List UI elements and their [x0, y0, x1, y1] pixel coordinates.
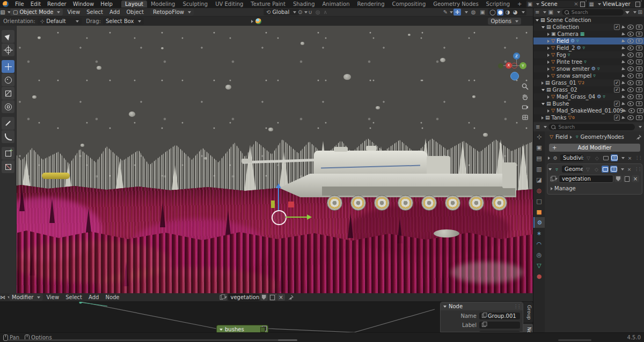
- selectable-icon[interactable]: [621, 53, 625, 57]
- browse-node-group-icon[interactable]: [550, 175, 558, 182]
- shading-wireframe-icon[interactable]: ◯: [489, 9, 496, 16]
- node-menu-add[interactable]: Add: [85, 294, 102, 300]
- tree-name-field[interactable]: vegetation: [228, 294, 259, 301]
- topbar-menu-edit[interactable]: Edit: [27, 1, 44, 7]
- node-menu-view[interactable]: View: [43, 294, 62, 300]
- collapse-icon[interactable]: [219, 329, 223, 331]
- selectable-icon[interactable]: [621, 81, 625, 85]
- outliner-row-collection[interactable]: ▤Collection✓: [533, 24, 644, 31]
- show-realtime-icon[interactable]: [602, 166, 609, 173]
- tool-add-cube-button[interactable]: [2, 147, 14, 160]
- selectable-icon[interactable]: [621, 39, 625, 43]
- properties-tab-particles[interactable]: ∗: [533, 228, 545, 239]
- falloff-icon[interactable]: ∧: [321, 9, 329, 16]
- properties-tab-object[interactable]: ■: [533, 206, 545, 217]
- outliner-search[interactable]: [562, 9, 624, 16]
- shading-solid-icon[interactable]: ●: [497, 9, 503, 16]
- outliner-search-input[interactable]: [570, 9, 621, 16]
- shader-type-dropdown[interactable]: Modifier: [9, 294, 43, 301]
- copy-tree-icon[interactable]: [269, 294, 276, 301]
- retopoflow-ball-icon[interactable]: [255, 18, 261, 24]
- expand-icon[interactable]: [547, 68, 550, 71]
- workspace-add-button[interactable]: +: [514, 1, 525, 8]
- side-tab-node[interactable]: Node: [523, 324, 533, 332]
- nav-axis-neg-x[interactable]: [498, 63, 503, 69]
- properties-tab-physics[interactable]: ◠: [533, 239, 545, 249]
- disable-render-icon[interactable]: [636, 87, 642, 92]
- disable-render-icon[interactable]: [636, 46, 642, 50]
- node-editor[interactable]: ⋈ Modifier ViewSelectAddNode vegetation …: [0, 293, 533, 332]
- outliner-row-fog[interactable]: ▽Fog▿: [533, 51, 644, 58]
- hide-eye-icon[interactable]: [627, 94, 634, 99]
- workspace-tab-scripting[interactable]: Scripting: [482, 1, 514, 8]
- hide-eye-icon[interactable]: [627, 101, 634, 106]
- disable-render-icon[interactable]: [636, 101, 642, 106]
- hide-eye-icon[interactable]: [627, 25, 634, 29]
- properties-tab-scene[interactable]: ◪: [533, 174, 545, 185]
- selectable-icon[interactable]: [621, 25, 625, 29]
- show-in-edit-icon[interactable]: ◇: [593, 166, 600, 173]
- field-input[interactable]: [479, 322, 520, 329]
- gizmo-axis-y[interactable]: [286, 217, 307, 218]
- exclude-checkbox-icon[interactable]: ✓: [614, 87, 620, 93]
- hide-eye-icon[interactable]: [627, 60, 634, 64]
- breadcrumb-object[interactable]: Field: [555, 134, 568, 140]
- expand-icon[interactable]: [536, 19, 539, 21]
- filter-funnel-icon[interactable]: [625, 11, 630, 14]
- drag-handle-icon[interactable]: ⋮⋮: [634, 167, 641, 172]
- pin-icon[interactable]: [636, 135, 641, 140]
- properties-tab-collection[interactable]: □: [533, 196, 545, 206]
- outliner-row-scene-collection[interactable]: ▤Scene Collection: [533, 17, 644, 24]
- pin-icon[interactable]: [288, 295, 294, 300]
- xray-button[interactable]: ▣: [479, 9, 486, 16]
- selectable-icon[interactable]: [621, 95, 625, 99]
- viewport-menu-object[interactable]: Object: [123, 9, 147, 15]
- nav-axis-z[interactable]: Z: [513, 53, 520, 60]
- outliner-row-field-2[interactable]: ▽Field_2⚙▿: [533, 44, 644, 51]
- drag-dropdown[interactable]: Select Box: [103, 18, 144, 25]
- close-icon[interactable]: ×: [626, 154, 633, 161]
- expand-icon[interactable]: [541, 116, 544, 120]
- pan-hand-icon[interactable]: [521, 92, 530, 101]
- topbar-menu-window[interactable]: Window: [70, 1, 97, 7]
- properties-tab-world[interactable]: ◍: [533, 185, 545, 196]
- properties-search[interactable]: [548, 124, 635, 130]
- gizmo-settings-button[interactable]: ✎: [444, 9, 452, 16]
- selectable-icon[interactable]: [621, 88, 625, 92]
- extras-dropdown-icon[interactable]: [621, 168, 624, 170]
- selectable-icon[interactable]: [621, 116, 625, 120]
- exclude-checkbox-icon[interactable]: ✓: [614, 24, 620, 30]
- blender-logo-icon[interactable]: [3, 1, 9, 7]
- outliner-row-camera[interactable]: ▣Camera▦: [533, 31, 644, 38]
- selectable-icon[interactable]: [623, 109, 627, 113]
- disable-render-icon[interactable]: [636, 25, 642, 29]
- tool-measure-button[interactable]: [2, 130, 14, 143]
- node-editor-type-icon[interactable]: ⋈: [2, 294, 9, 301]
- expand-icon[interactable]: [547, 54, 550, 57]
- field-input[interactable]: Group.001: [479, 313, 520, 319]
- workspace-tab-sculpting[interactable]: Sculpting: [179, 1, 211, 8]
- outliner-row-tanks[interactable]: ▤Tanks▽0✓: [533, 114, 644, 121]
- editor-type-icon[interactable]: ▧: [2, 9, 9, 16]
- expand-panel-icon[interactable]: [251, 20, 253, 23]
- options-button[interactable]: Options: [488, 18, 521, 25]
- selectable-icon[interactable]: [621, 102, 625, 106]
- nav-view-ball[interactable]: [510, 72, 519, 80]
- viewport-menu-select[interactable]: Select: [83, 9, 106, 15]
- properties-tab-constraints[interactable]: ◎: [533, 249, 545, 260]
- toggle-grid-icon[interactable]: [521, 113, 530, 122]
- node-group-name[interactable]: vegetation: [559, 175, 613, 183]
- modifier-name-field[interactable]: Subdivision: [560, 154, 583, 161]
- hide-eye-icon[interactable]: [627, 46, 634, 50]
- shading-material-icon[interactable]: ◑: [504, 9, 511, 16]
- selectable-icon[interactable]: [621, 74, 625, 78]
- workspace-tab-layout[interactable]: Layout: [121, 1, 147, 8]
- hide-eye-icon[interactable]: [627, 53, 634, 57]
- snap-magnet-icon[interactable]: ∪: [306, 9, 314, 16]
- expand-icon[interactable]: [547, 75, 550, 78]
- disable-render-icon[interactable]: [636, 39, 642, 43]
- expand-icon[interactable]: [547, 61, 550, 64]
- disable-render-icon[interactable]: [636, 94, 642, 99]
- expand-icon[interactable]: [547, 40, 550, 43]
- manage-section[interactable]: Manage: [551, 184, 641, 192]
